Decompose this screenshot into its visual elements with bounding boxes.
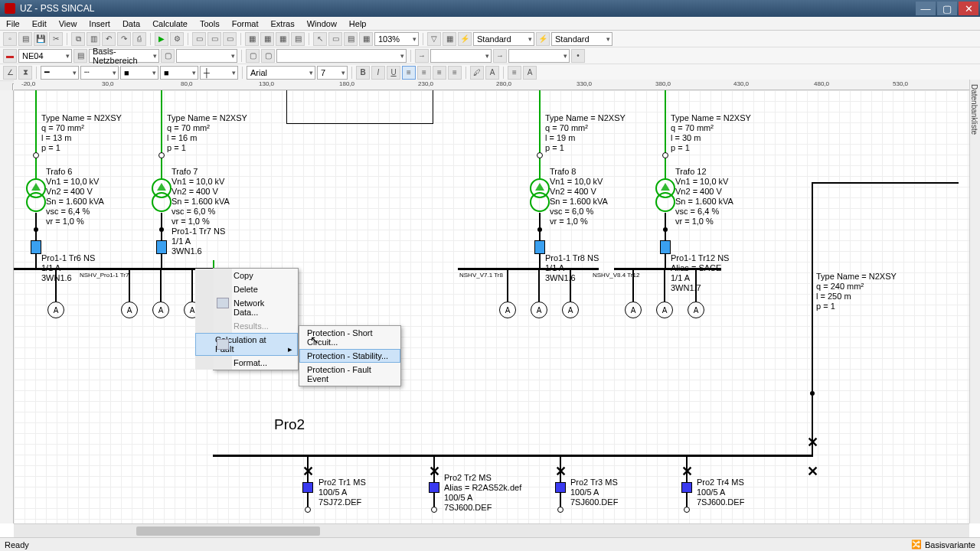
cut-icon[interactable]: ✂ bbox=[49, 32, 63, 46]
minimize-button[interactable]: — bbox=[916, 2, 936, 15]
valign-icon[interactable]: ≡ bbox=[448, 66, 462, 80]
menu-data[interactable]: Data bbox=[116, 19, 146, 28]
c2-combo[interactable] bbox=[508, 49, 570, 63]
ammeter[interactable]: A bbox=[47, 302, 64, 318]
terminal[interactable] bbox=[557, 507, 564, 513]
relay[interactable] bbox=[555, 482, 566, 493]
terminal[interactable] bbox=[33, 152, 39, 158]
breaker[interactable] bbox=[660, 240, 671, 254]
menu-file[interactable]: File bbox=[0, 19, 26, 28]
menu-extras[interactable]: Extras bbox=[265, 19, 301, 28]
transformer-7[interactable] bbox=[150, 178, 173, 214]
font-combo[interactable]: Arial bbox=[247, 66, 315, 80]
menu-format[interactable]: Format bbox=[226, 19, 265, 28]
lc-combo[interactable]: ■ bbox=[120, 66, 158, 80]
node[interactable] bbox=[810, 391, 815, 396]
ctx-delete[interactable]: Delete bbox=[195, 282, 298, 296]
ammeter[interactable]: A bbox=[152, 302, 169, 318]
sub-stability[interactable]: Protection - Stability... bbox=[299, 349, 400, 363]
grid3-icon[interactable]: ▦ bbox=[276, 32, 289, 46]
breaker[interactable] bbox=[534, 240, 545, 254]
elem-icon[interactable]: ▢ bbox=[246, 49, 260, 63]
switch-x[interactable]: ✕ bbox=[302, 463, 314, 480]
terminal[interactable] bbox=[431, 507, 437, 513]
run-icon[interactable]: ▶ bbox=[155, 32, 168, 46]
relay[interactable] bbox=[681, 482, 692, 493]
snap-icon[interactable]: ▦ bbox=[359, 32, 373, 46]
switch-x[interactable]: ✕ bbox=[807, 463, 818, 480]
maximize-button[interactable]: ▢ bbox=[937, 2, 957, 15]
lw-combo[interactable]: ━ bbox=[41, 66, 79, 80]
menu-insert[interactable]: Insert bbox=[83, 19, 116, 28]
node[interactable] bbox=[537, 227, 542, 232]
copy-icon[interactable]: ⧉ bbox=[71, 32, 85, 46]
undo-icon[interactable]: ↶ bbox=[102, 32, 116, 46]
ammeter[interactable]: A bbox=[499, 302, 516, 318]
region-icon[interactable]: ▤ bbox=[74, 49, 87, 63]
grid1-icon[interactable]: ▦ bbox=[245, 32, 259, 46]
ammeter[interactable]: A bbox=[531, 302, 547, 318]
redo-icon[interactable]: ↷ bbox=[117, 32, 131, 46]
style2-combo[interactable]: Standard bbox=[551, 32, 612, 46]
transformer-12[interactable] bbox=[654, 178, 677, 214]
ctx-network-data[interactable]: Network Data... bbox=[195, 296, 298, 319]
menu-calculate[interactable]: Calculate bbox=[146, 19, 194, 28]
sub-fault-event[interactable]: Protection - Fault Event bbox=[299, 363, 400, 386]
angle-icon[interactable]: ∠ bbox=[3, 66, 17, 80]
save-icon[interactable]: 💾 bbox=[34, 32, 47, 46]
ammeter[interactable]: A bbox=[625, 302, 642, 318]
fontbg-icon[interactable]: A bbox=[485, 66, 499, 80]
ratio-icon[interactable]: ⧗ bbox=[18, 66, 32, 80]
c1-combo[interactable] bbox=[430, 49, 492, 63]
note-icon[interactable]: ▤ bbox=[344, 32, 358, 46]
terminal[interactable] bbox=[305, 507, 311, 513]
area-icon[interactable]: ▢ bbox=[161, 49, 175, 63]
layers-icon[interactable]: ▤ bbox=[291, 32, 305, 46]
fc-combo[interactable]: ■ bbox=[160, 66, 198, 80]
print-icon[interactable]: ⎙ bbox=[132, 32, 146, 46]
menu-view[interactable]: View bbox=[53, 19, 83, 28]
elem-combo[interactable] bbox=[276, 49, 407, 63]
ammeter[interactable]: A bbox=[656, 302, 673, 318]
just-icon[interactable]: ≡ bbox=[508, 66, 521, 80]
node[interactable] bbox=[663, 227, 668, 232]
ammeter[interactable]: A bbox=[121, 302, 138, 318]
dot-icon[interactable]: • bbox=[571, 49, 585, 63]
schematic-canvas[interactable]: Type Name = N2XSYq = 70 mm²l = 13 mp = 1… bbox=[14, 90, 969, 523]
switch-x[interactable]: ✕ bbox=[429, 463, 440, 480]
relay[interactable] bbox=[429, 482, 439, 493]
scrollbar-horizontal[interactable] bbox=[14, 523, 969, 537]
busbar-pro2[interactable] bbox=[213, 455, 813, 457]
spark-icon[interactable]: ⚡ bbox=[458, 32, 472, 46]
ctx-format[interactable]: Format... bbox=[195, 356, 298, 370]
menu-edit[interactable]: Edit bbox=[26, 19, 53, 28]
bold-icon[interactable]: B bbox=[356, 66, 370, 80]
select-icon[interactable]: ▭ bbox=[328, 32, 342, 46]
arrow2-icon[interactable]: → bbox=[493, 49, 507, 63]
size-combo[interactable]: 7 bbox=[317, 66, 348, 80]
open-icon[interactable]: ▤ bbox=[18, 32, 32, 46]
ammeter[interactable]: A bbox=[562, 302, 579, 318]
area-combo[interactable] bbox=[176, 49, 237, 63]
terminal[interactable] bbox=[662, 152, 668, 158]
terminal[interactable] bbox=[158, 152, 165, 158]
fontcolor-icon[interactable]: 🖊 bbox=[470, 66, 484, 80]
side-panel-tab[interactable]: Datenbankliste bbox=[969, 80, 980, 523]
align-center-icon[interactable]: ≡ bbox=[417, 66, 431, 80]
window1-icon[interactable]: ▭ bbox=[192, 32, 206, 46]
breaker[interactable] bbox=[31, 240, 41, 254]
close-button[interactable]: ✕ bbox=[959, 2, 978, 15]
node[interactable] bbox=[34, 227, 38, 232]
align-right-icon[interactable]: ≡ bbox=[433, 66, 446, 80]
region-combo[interactable]: Basis-Netzbereich bbox=[89, 49, 159, 63]
terminal[interactable] bbox=[537, 152, 543, 158]
chart-icon[interactable]: ▦ bbox=[443, 32, 456, 46]
new-icon[interactable]: ▫ bbox=[3, 32, 17, 46]
zoom-combo[interactable]: 103% bbox=[374, 32, 419, 46]
netlevel-combo[interactable]: NE04 bbox=[18, 49, 72, 63]
filter-icon[interactable]: ▽ bbox=[427, 32, 441, 46]
switch-x[interactable]: ✕ bbox=[807, 434, 818, 451]
italic-icon[interactable]: I bbox=[371, 66, 385, 80]
node[interactable] bbox=[159, 227, 164, 232]
underline-icon[interactable]: U bbox=[387, 66, 400, 80]
